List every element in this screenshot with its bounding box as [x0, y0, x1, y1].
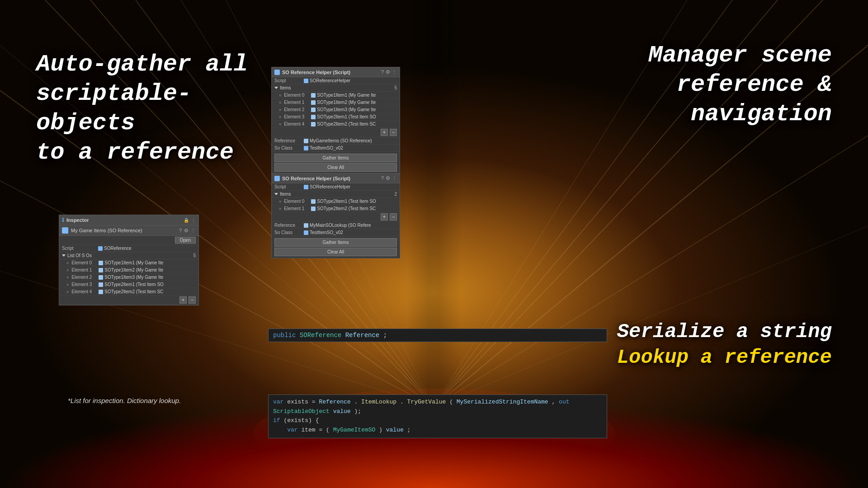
drag-handle: ≡	[66, 290, 69, 294]
code-semicolon: ;	[383, 332, 387, 339]
drag-handle: ≡	[66, 275, 69, 280]
drag-handle: ≡	[279, 100, 281, 105]
open-btn-row: Open	[59, 236, 198, 245]
drag-handle: ≡	[279, 206, 281, 211]
list-item: ≡ Element 1 SOType1Item2 (My Game Ite	[272, 99, 400, 106]
panel-header-icons: ? ⚙ ⋮	[381, 69, 397, 75]
code-panel-lookup: var exists = Reference . ItemLookup . Tr…	[268, 394, 607, 438]
question-icon[interactable]: ?	[179, 228, 182, 233]
collapse-triangle[interactable]	[274, 193, 278, 195]
reference-icon	[304, 139, 308, 143]
so-panel-1-header: SO Reference Helper (Script) ? ⚙ ⋮	[272, 67, 400, 77]
settings-icon[interactable]: ⚙	[386, 69, 390, 75]
element-icon	[311, 199, 316, 204]
items-section-header: Items 2	[272, 191, 400, 198]
question-icon[interactable]: ?	[381, 175, 384, 181]
element-icon	[99, 282, 103, 287]
more-icon[interactable]: ⋮	[191, 228, 196, 234]
more-icon[interactable]: ⋮	[392, 175, 397, 181]
drag-handle: ≡	[279, 115, 281, 119]
panel-header-icons: ? ⚙ ⋮	[381, 175, 397, 181]
add-remove-row: + −	[272, 212, 400, 222]
list-item: ≡ Element 1 SOType1Item2 (My Game Ite	[59, 267, 198, 274]
so-reference-panel-1: SO Reference Helper (Script) ? ⚙ ⋮ Scrip…	[271, 67, 400, 174]
reference-row: Reference MyMainSOLookup (SO Refere	[272, 222, 400, 229]
add-element-button[interactable]: +	[381, 129, 388, 136]
remove-element-button[interactable]: −	[390, 213, 397, 221]
remove-element-button[interactable]: −	[189, 296, 196, 304]
script-icon	[98, 246, 103, 251]
element-icon	[99, 268, 103, 272]
element-icon	[311, 115, 316, 119]
add-element-button[interactable]: +	[381, 213, 388, 221]
list-item: ≡ Element 4 SOType2Item2 (Test Item SC	[272, 121, 400, 128]
game-items-info: My Game Items (SO Reference)	[62, 227, 142, 234]
reference-row: Reference MyGameItems (SO Reference)	[272, 137, 400, 145]
gather-items-button[interactable]: Gather Items	[274, 154, 397, 162]
info-icon: ℹ	[62, 217, 64, 223]
more-icon[interactable]: ⋮	[392, 69, 397, 75]
script-file-icon	[304, 230, 308, 235]
element-icon	[99, 261, 103, 265]
script-icon	[274, 70, 280, 75]
menu-icon[interactable]: ⋮	[191, 218, 196, 223]
serialize-text: Serialize a string Lookup a reference	[617, 319, 832, 371]
footnote-text: *List for inspection. Dictionary lookup.	[68, 397, 181, 404]
element-icon	[99, 275, 103, 280]
inspector-item-icons: ? ⚙ ⋮	[179, 228, 196, 234]
collapse-triangle[interactable]	[274, 87, 278, 89]
clear-all-button-2[interactable]: Clear All	[274, 248, 397, 256]
script-row: Script SOReferenceHelper	[272, 77, 400, 84]
list-item: ≡ Element 2 SOType1Item3 (My Game Ite	[59, 274, 198, 281]
svg-line-15	[434, 226, 868, 407]
code-line-3: var item = ( MyGameItemSO ) value ;	[273, 426, 602, 435]
add-remove-row: + −	[272, 128, 400, 137]
element-icon	[311, 108, 316, 112]
open-button[interactable]: Open	[175, 237, 196, 244]
add-remove-row: + −	[59, 296, 198, 305]
list-item: ≡ Element 3 SOType2Item1 (Test Item SO	[272, 113, 400, 121]
inspector-header-icons: 🔒 ⋮	[184, 218, 196, 223]
script-row: Script SOReferenceHelper	[272, 183, 400, 191]
script-file-icon	[304, 185, 308, 189]
so-reference-panel-2: SO Reference Helper (Script) ? ⚙ ⋮ Scrip…	[271, 173, 400, 258]
drag-handle: ≡	[66, 282, 69, 287]
element-icon	[311, 206, 316, 211]
clear-all-button[interactable]: Clear All	[274, 163, 397, 172]
script-file-icon	[304, 79, 308, 83]
element-icon	[311, 100, 316, 105]
add-element-button[interactable]: +	[179, 296, 187, 304]
question-icon[interactable]: ?	[381, 69, 384, 75]
list-section-header: List Of S Os 5	[59, 252, 198, 259]
code-line-1: var exists = Reference . ItemLookup . Tr…	[273, 398, 602, 417]
code-class-soreference: SOReference	[300, 332, 341, 339]
so-class-row: So Class TestItemSO_v02	[272, 145, 400, 152]
settings-icon[interactable]: ⚙	[184, 228, 189, 234]
items-section-header: Items 5	[272, 84, 400, 92]
drag-handle: ≡	[66, 268, 69, 272]
so-panel-2-header: SO Reference Helper (Script) ? ⚙ ⋮	[272, 174, 400, 183]
manager-text: Manager scene reference & navigation	[606, 41, 832, 129]
code-panel-soreference: public SOReference Reference ;	[268, 328, 607, 342]
drag-handle: ≡	[279, 122, 281, 127]
list-item: ≡ Element 3 SOType2Item1 (Test Item SO	[59, 281, 198, 288]
code-var-reference: Reference	[345, 332, 380, 339]
drag-handle: ≡	[66, 261, 69, 265]
code-line-2: if (exists) {	[273, 416, 602, 426]
inspector-panel: ℹ Inspector 🔒 ⋮ My Game Items (SO Refere…	[59, 215, 199, 305]
drag-handle: ≡	[279, 108, 281, 112]
lock-icon[interactable]: 🔒	[184, 218, 189, 223]
inspector-title: ℹ Inspector	[62, 217, 89, 223]
game-items-row: My Game Items (SO Reference) ? ⚙ ⋮	[59, 225, 198, 236]
element-icon	[311, 93, 316, 98]
list-item: ≡ Element 0 SOType2Item1 (Test Item SO	[272, 198, 400, 205]
auto-gather-text: Auto-gather all scriptable-objects to a …	[36, 50, 271, 167]
gather-items-button-2[interactable]: Gather Items	[274, 238, 397, 247]
settings-icon[interactable]: ⚙	[386, 175, 390, 181]
collapse-triangle[interactable]	[62, 254, 66, 257]
list-item: ≡ Element 1 SOType2Item2 (Test Item SC	[272, 205, 400, 212]
element-icon	[99, 290, 103, 294]
remove-element-button[interactable]: −	[390, 129, 397, 136]
drag-handle: ≡	[279, 93, 281, 98]
list-item: ≡ Element 4 SOType2Item2 (Test Item SC	[59, 288, 198, 296]
